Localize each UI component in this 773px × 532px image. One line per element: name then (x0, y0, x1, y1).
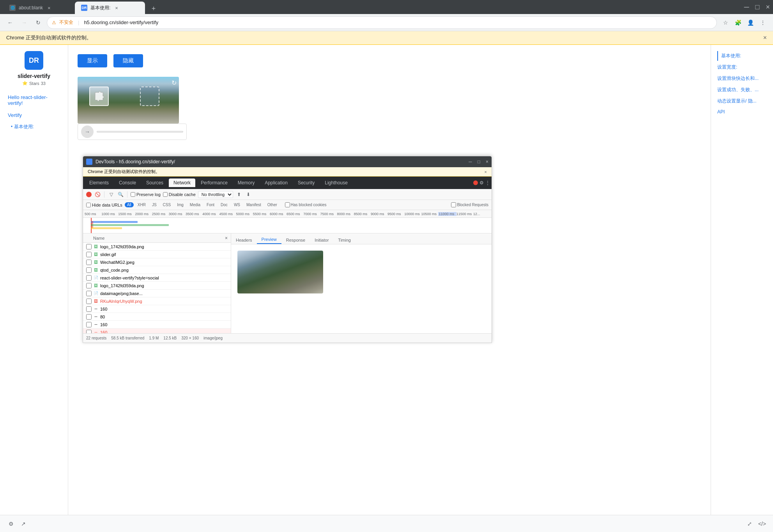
filter-img[interactable]: Img (175, 202, 186, 207)
refresh-button[interactable]: ↻ (172, 79, 177, 87)
file-cb-9[interactable] (86, 314, 92, 320)
sidebar-nav-basic[interactable]: • 基本使用: (3, 122, 65, 132)
preserve-log-label[interactable]: Preserve log (131, 192, 161, 197)
right-nav-size[interactable]: 设置滑块快边长和... (717, 74, 767, 83)
filter-doc[interactable]: Doc (218, 202, 230, 207)
preview-tab-preview[interactable]: Preview (257, 235, 281, 244)
filter-all[interactable]: All (125, 202, 134, 207)
file-item-9[interactable]: ─ 80 (83, 313, 231, 321)
right-nav-api[interactable]: API (717, 108, 767, 116)
hide-data-urls-label[interactable]: Hide data URLs (86, 203, 122, 207)
hide-button[interactable]: 隐藏 (113, 54, 143, 67)
extensions-button[interactable]: 🧩 (732, 17, 743, 28)
filter-xhr[interactable]: XHR (135, 202, 148, 207)
tab-close-blank[interactable]: × (48, 5, 51, 11)
slider-arrow[interactable]: → (81, 125, 94, 138)
right-nav-dynamic[interactable]: 动态设置显示/ 隐... (717, 96, 767, 106)
file-cb-0[interactable] (86, 244, 92, 249)
url-bar[interactable]: ⚠ 不安全 | h5.dooring.cn/slider-vertify/ver… (47, 16, 717, 29)
right-nav-width[interactable]: 设置宽度: (717, 62, 767, 72)
file-item-5[interactable]: 🖼 logo_1742fd359da.png (83, 282, 231, 290)
file-cb-3[interactable] (86, 267, 92, 273)
file-cb-6[interactable] (86, 291, 92, 296)
profile-button[interactable]: 👤 (745, 17, 756, 28)
minimize-button[interactable]: ─ (744, 3, 749, 11)
filter-font[interactable]: Font (204, 202, 217, 207)
close-button[interactable]: × (766, 3, 770, 11)
blocked-requests-label[interactable]: Blocked Requests (451, 202, 488, 207)
file-item-3[interactable]: 🖼 qtod_code.png (83, 266, 231, 274)
devtools-more[interactable]: ⋮ (485, 180, 490, 186)
file-cb-5[interactable] (86, 283, 92, 288)
devtools-settings[interactable]: ⚙ (479, 180, 484, 186)
new-tab-button[interactable]: + (148, 3, 159, 14)
file-item-7[interactable]: 🖼 RKuAInIqrUhyqW.png (83, 297, 231, 305)
tab-lighthouse[interactable]: Lighthouse (320, 179, 352, 187)
tab-security[interactable]: Security (293, 179, 319, 187)
tab-close-main[interactable]: × (115, 5, 118, 11)
disable-cache-label[interactable]: Disable cache (163, 192, 196, 197)
file-cb-4[interactable] (86, 275, 92, 281)
tab-main[interactable]: DR 基本使用: × (75, 2, 145, 14)
file-cb-8[interactable] (86, 306, 92, 312)
record-button[interactable] (86, 192, 92, 197)
tab-memory[interactable]: Memory (233, 179, 259, 187)
back-button[interactable]: ← (5, 17, 16, 28)
tab-network[interactable]: Network (169, 179, 195, 187)
devtools-minimize[interactable]: ─ (469, 159, 472, 164)
file-item-8[interactable]: ─ 160 (83, 305, 231, 313)
share-icon[interactable]: ↗ (19, 519, 28, 528)
hide-data-urls-checkbox[interactable] (86, 203, 91, 207)
has-blocked-cookies-checkbox[interactable] (285, 202, 290, 207)
col-close[interactable]: × (225, 235, 228, 241)
file-item-10[interactable]: ─ 160 (83, 321, 231, 329)
tab-blank[interactable]: 🌐 about:blank × (3, 2, 73, 14)
file-item-1[interactable]: 🖼 slider.gif (83, 251, 231, 258)
settings-icon[interactable]: ⚙ (6, 519, 16, 528)
devtools-close[interactable]: × (486, 159, 488, 164)
menu-button[interactable]: ⋮ (757, 17, 768, 28)
preview-tab-response[interactable]: Response (281, 236, 310, 244)
file-cb-10[interactable] (86, 322, 92, 327)
filter-js[interactable]: JS (150, 202, 159, 207)
disable-cache-checkbox[interactable] (163, 192, 168, 197)
right-nav-status[interactable]: 设置成功、失败、... (717, 85, 767, 95)
expand-icon[interactable]: ⤢ (745, 519, 754, 528)
file-cb-11[interactable] (86, 330, 92, 334)
has-blocked-cookies-label[interactable]: Has blocked cookies (285, 202, 327, 207)
maximize-button[interactable]: □ (755, 3, 760, 11)
filter-manifest[interactable]: Manifest (244, 202, 264, 207)
file-cb-7[interactable] (86, 299, 92, 304)
file-item-2[interactable]: 🖼 WechatIMG2.jpeg (83, 258, 231, 266)
import-icon[interactable]: ⬆ (235, 191, 242, 198)
devtools-automation-close[interactable]: × (485, 170, 487, 174)
reload-button[interactable]: ↻ (33, 17, 44, 28)
tab-performance[interactable]: Performance (196, 179, 232, 187)
preview-tab-initiator[interactable]: Initiator (310, 236, 333, 244)
preview-tab-headers[interactable]: Headers (231, 236, 257, 244)
devtools-maximize[interactable]: □ (478, 159, 480, 164)
filter-media[interactable]: Media (188, 202, 203, 207)
file-item-0[interactable]: 🖼 logo_1742fd359da.png (83, 243, 231, 251)
sidebar-nav-hello[interactable]: Hello react-slider-vertify! (3, 92, 65, 108)
file-item-4[interactable]: 📄 react-slider-vertify?style=social (83, 274, 231, 282)
show-button[interactable]: 显示 (78, 54, 107, 67)
file-item-6[interactable]: 📄 dataimage/png;base... (83, 290, 231, 297)
preview-tab-timing[interactable]: Timing (333, 236, 356, 244)
filter-other[interactable]: Other (265, 202, 279, 207)
filter-css[interactable]: CSS (161, 202, 173, 207)
file-cb-1[interactable] (86, 252, 92, 257)
filter-button[interactable]: ▽ (108, 191, 115, 198)
tab-sources[interactable]: Sources (142, 179, 168, 187)
slider-rail[interactable] (97, 131, 183, 133)
right-nav-basic[interactable]: 基本使用: (717, 51, 767, 61)
blocked-requests-checkbox[interactable] (451, 202, 456, 207)
clear-button[interactable]: 🚫 (94, 191, 101, 198)
tab-console[interactable]: Console (114, 179, 141, 187)
code-icon[interactable]: </> (757, 519, 767, 528)
forward-button[interactable]: → (19, 17, 30, 28)
sidebar-nav-vertify[interactable]: Vertify (3, 110, 65, 120)
tab-elements[interactable]: Elements (85, 179, 113, 187)
export-icon[interactable]: ⬇ (245, 191, 252, 198)
file-item-11[interactable]: ─ 160 (83, 329, 231, 333)
